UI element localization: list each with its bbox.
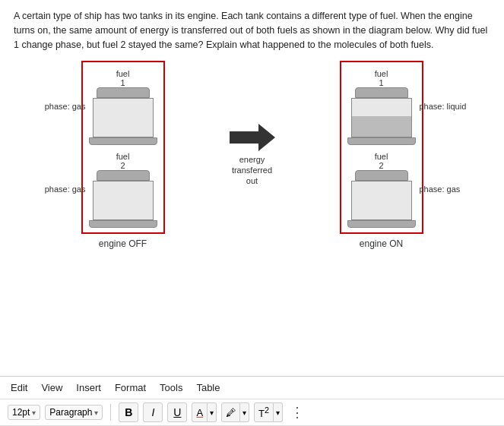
tank2-on-cap xyxy=(355,170,408,181)
superscript-group: T2 ▾ xyxy=(254,402,283,422)
tank1-on-wrapper: fuel1 phase: liquid xyxy=(347,67,416,145)
superscript-button[interactable]: T2 xyxy=(254,402,274,422)
menu-view[interactable]: View xyxy=(41,380,62,395)
superscript-dropdown-arrow[interactable]: ▾ xyxy=(274,402,283,422)
tank1-off-cap xyxy=(97,87,150,98)
engine-on-label: engine ON xyxy=(360,238,403,249)
menu-format[interactable]: Format xyxy=(115,380,146,395)
tank1-on-label: fuel1 xyxy=(375,67,388,87)
paragraph-dropdown[interactable]: Paragraph ▾ xyxy=(45,405,103,420)
tank2-on: fuel2 xyxy=(347,150,416,228)
engine-on-tanks: fuel1 phase: liquid fuel2 xyxy=(340,61,423,234)
arrow-right xyxy=(230,124,275,151)
tank2-on-body xyxy=(351,181,412,220)
tank2-off-wrapper: phase: gas fuel2 xyxy=(89,150,157,228)
tank2-off-body xyxy=(93,181,154,220)
font-size-value: 12pt xyxy=(12,407,30,418)
link-icon: 🖉 xyxy=(226,407,236,418)
font-size-dropdown[interactable]: 12pt ▾ xyxy=(8,405,40,420)
description-text: A certain type of ship has two tanks in … xyxy=(14,9,490,52)
tank2-off-cap xyxy=(97,170,150,181)
font-color-group: A ▾ xyxy=(192,402,217,422)
tank1-on-cap xyxy=(355,87,408,98)
toolbar-bottom: Edit View Insert Format Tools Table 12pt… xyxy=(0,376,504,426)
font-color-icon: A xyxy=(196,407,203,418)
tank1-on-body xyxy=(351,98,412,137)
phase-on-top-label: phase: liquid xyxy=(420,102,473,111)
engine-off-tanks: phase: gas fuel1 phase: gas fuel2 xyxy=(81,61,165,234)
bold-button[interactable]: B xyxy=(119,402,138,422)
italic-button[interactable]: I xyxy=(143,402,163,422)
tank1-off: fuel1 xyxy=(89,67,157,145)
svg-marker-0 xyxy=(230,124,275,151)
menu-bar: Edit View Insert Format Tools Table xyxy=(0,377,504,399)
format-bar: 12pt ▾ Paragraph ▾ B I U A ▾ 🖉 ▾ xyxy=(0,399,504,426)
phase-on-bottom-label: phase: gas xyxy=(420,185,473,194)
tank1-off-base xyxy=(89,137,157,145)
phase-off-bottom-label: phase: gas xyxy=(34,185,86,194)
engine-off-block: phase: gas fuel1 phase: gas fuel2 xyxy=(24,61,222,249)
liquid-fill-tank1 xyxy=(352,116,411,137)
tank1-on: fuel1 xyxy=(347,67,416,145)
diagram-area: phase: gas fuel1 phase: gas fuel2 xyxy=(14,61,490,249)
font-size-chevron: ▾ xyxy=(32,409,36,417)
energy-label: energytransferredout xyxy=(232,154,272,187)
tank2-on-wrapper: fuel2 phase: gas xyxy=(347,150,416,228)
menu-table[interactable]: Table xyxy=(196,380,220,395)
paragraph-value: Paragraph xyxy=(49,407,92,418)
phase-off-top-label: phase: gas xyxy=(34,102,86,111)
link-group: 🖉 ▾ xyxy=(221,402,249,422)
menu-edit[interactable]: Edit xyxy=(11,380,27,395)
tank2-on-base xyxy=(347,220,416,228)
tank2-off-label: fuel2 xyxy=(116,150,130,170)
menu-insert[interactable]: Insert xyxy=(76,380,101,395)
tank2-on-label: fuel2 xyxy=(375,150,388,170)
separator-1 xyxy=(110,404,111,421)
link-dropdown-arrow[interactable]: ▾ xyxy=(240,402,249,422)
tank2-off-base xyxy=(89,220,157,228)
menu-tools[interactable]: Tools xyxy=(160,380,182,395)
engine-on-block: fuel1 phase: liquid fuel2 xyxy=(283,61,480,249)
underline-button[interactable]: U xyxy=(167,402,187,422)
link-button[interactable]: 🖉 xyxy=(221,402,240,422)
font-color-dropdown-arrow[interactable]: ▾ xyxy=(208,402,217,422)
font-color-button[interactable]: A xyxy=(192,402,208,422)
engine-off-label: engine OFF xyxy=(99,238,147,249)
tank1-off-label: fuel1 xyxy=(116,67,130,87)
main-content: A certain type of ship has two tanks in … xyxy=(0,0,504,376)
tank1-off-body xyxy=(93,98,154,137)
superscript-icon: T2 xyxy=(258,405,269,419)
more-options-button[interactable]: ⋮ xyxy=(290,404,304,421)
tank1-on-base xyxy=(347,137,416,145)
arrow-block: energytransferredout xyxy=(230,124,275,187)
tank1-off-wrapper: phase: gas fuel1 xyxy=(89,67,157,145)
tank2-off: fuel2 xyxy=(89,150,157,228)
paragraph-chevron: ▾ xyxy=(94,409,98,417)
